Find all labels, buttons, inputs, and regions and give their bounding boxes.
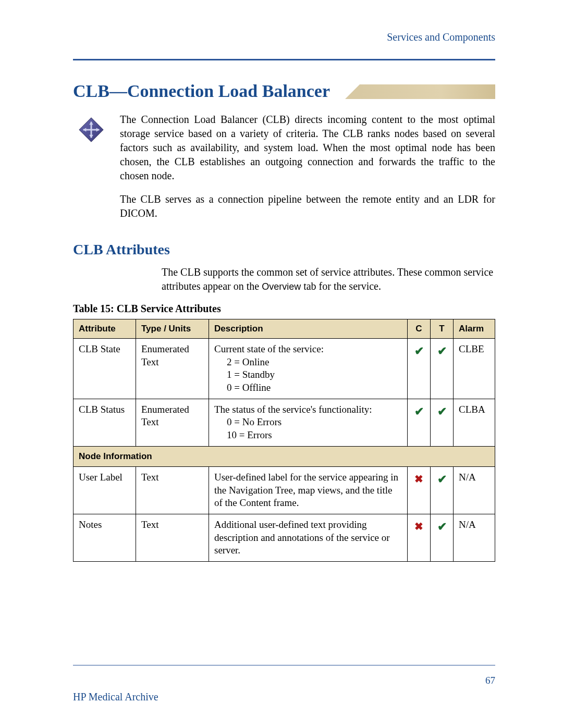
th-alarm: Alarm xyxy=(454,319,495,339)
cell-c: ✔ xyxy=(408,399,431,446)
cell-t: ✔ xyxy=(431,399,454,446)
cell-c: ✖ xyxy=(408,514,431,561)
desc-main: Current state of the service: xyxy=(214,343,324,354)
table-header-row: Attribute Type / Units Description C T A… xyxy=(74,319,495,339)
subpara-suffix: tab for the service. xyxy=(301,280,381,292)
cell-attribute: Notes xyxy=(74,514,136,561)
cell-description: The status of the service's functionalit… xyxy=(209,399,408,446)
overview-tab-name: Overview xyxy=(262,281,301,292)
intro-paragraph-1: The Connection Load Balancer (CLB) direc… xyxy=(120,113,495,183)
check-icon: ✔ xyxy=(414,405,424,418)
cross-icon: ✖ xyxy=(414,473,423,485)
check-icon: ✔ xyxy=(437,405,447,418)
cell-c: ✖ xyxy=(408,466,431,514)
table-row: CLB StatusEnumerated TextThe status of t… xyxy=(74,399,495,446)
cell-type: Enumerated Text xyxy=(136,399,209,446)
cell-t: ✔ xyxy=(431,339,454,399)
subheading: CLB Attributes xyxy=(73,241,495,258)
check-icon: ✔ xyxy=(414,344,424,357)
desc-line: 10 = Errors xyxy=(214,429,402,442)
clb-icon xyxy=(73,113,109,183)
th-t: T xyxy=(431,319,454,339)
cell-type: Text xyxy=(136,466,209,514)
breadcrumb: Services and Components xyxy=(73,31,495,43)
top-rule xyxy=(73,59,495,60)
check-icon: ✔ xyxy=(437,344,447,357)
desc-line: 0 = Offline xyxy=(214,381,402,394)
desc-line: 2 = Online xyxy=(214,356,402,369)
desc-main: User-defined label for the service appea… xyxy=(214,472,398,508)
cell-alarm: N/A xyxy=(454,466,495,514)
th-type: Type / Units xyxy=(136,319,209,339)
intro-paragraph-2: The CLB serves as a connection pipeline … xyxy=(120,192,495,220)
desc-line: 0 = No Errors xyxy=(214,416,402,429)
cell-type: Enumerated Text xyxy=(136,339,209,399)
cell-type: Text xyxy=(136,514,209,561)
page-title: CLB—Connection Load Balancer xyxy=(73,81,495,101)
table-row: CLB StateEnumerated TextCurrent state of… xyxy=(74,339,495,399)
section-label: Node Information xyxy=(74,446,495,466)
th-attribute: Attribute xyxy=(74,319,136,339)
cell-description: User-defined label for the service appea… xyxy=(209,466,408,514)
bottom-rule xyxy=(73,665,495,665)
cell-description: Additional user-defined text providing d… xyxy=(209,514,408,561)
check-icon: ✔ xyxy=(437,520,447,533)
page-number: 67 xyxy=(485,675,495,686)
desc-main: The status of the service's functionalit… xyxy=(214,404,372,415)
cross-icon: ✖ xyxy=(414,521,423,532)
cell-alarm: CLBA xyxy=(454,399,495,446)
cell-attribute: User Label xyxy=(74,466,136,514)
cell-alarm: N/A xyxy=(454,514,495,561)
cell-attribute: CLB Status xyxy=(74,399,136,446)
cell-attribute: CLB State xyxy=(74,339,136,399)
attributes-table: Attribute Type / Units Description C T A… xyxy=(73,319,495,562)
table-caption: Table 15: CLB Service Attributes xyxy=(73,303,495,315)
th-description: Description xyxy=(209,319,408,339)
check-icon: ✔ xyxy=(437,473,447,486)
table-row: NotesTextAdditional user-defined text pr… xyxy=(74,514,495,561)
desc-line: 1 = Standby xyxy=(214,368,402,381)
sub-paragraph: The CLB supports the common set of servi… xyxy=(162,265,495,293)
table-section-row: Node Information xyxy=(74,446,495,466)
th-c: C xyxy=(408,319,431,339)
cell-c: ✔ xyxy=(408,339,431,399)
cell-t: ✔ xyxy=(431,466,454,514)
cell-alarm: CLBE xyxy=(454,339,495,399)
table-row: User LabelTextUser-defined label for the… xyxy=(74,466,495,514)
desc-main: Additional user-defined text providing d… xyxy=(214,519,390,556)
cell-t: ✔ xyxy=(431,514,454,561)
footer-text: HP Medical Archive xyxy=(73,691,158,703)
cell-description: Current state of the service:2 = Online1… xyxy=(209,339,408,399)
